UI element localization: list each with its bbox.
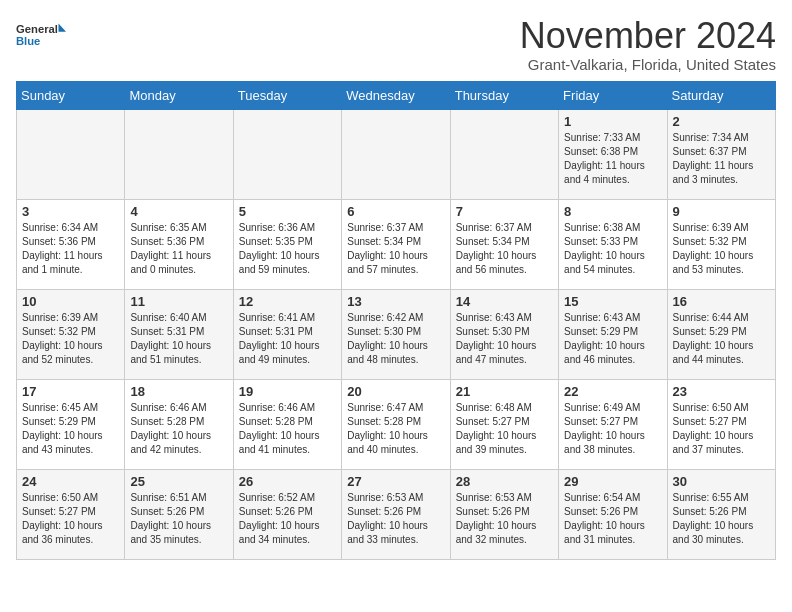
logo-svg: General Blue — [16, 16, 66, 56]
day-number: 20 — [347, 384, 444, 399]
day-number: 19 — [239, 384, 336, 399]
day-cell: 9Sunrise: 6:39 AM Sunset: 5:32 PM Daylig… — [667, 199, 775, 289]
day-number: 2 — [673, 114, 770, 129]
day-cell: 23Sunrise: 6:50 AM Sunset: 5:27 PM Dayli… — [667, 379, 775, 469]
weekday-header-row: SundayMondayTuesdayWednesdayThursdayFrid… — [17, 81, 776, 109]
day-cell: 1Sunrise: 7:33 AM Sunset: 6:38 PM Daylig… — [559, 109, 667, 199]
day-number: 4 — [130, 204, 227, 219]
day-info: Sunrise: 7:33 AM Sunset: 6:38 PM Dayligh… — [564, 131, 661, 187]
day-info: Sunrise: 6:42 AM Sunset: 5:30 PM Dayligh… — [347, 311, 444, 367]
day-cell: 26Sunrise: 6:52 AM Sunset: 5:26 PM Dayli… — [233, 469, 341, 559]
day-cell: 11Sunrise: 6:40 AM Sunset: 5:31 PM Dayli… — [125, 289, 233, 379]
day-number: 15 — [564, 294, 661, 309]
day-info: Sunrise: 6:47 AM Sunset: 5:28 PM Dayligh… — [347, 401, 444, 457]
day-cell — [342, 109, 450, 199]
day-number: 16 — [673, 294, 770, 309]
day-info: Sunrise: 6:52 AM Sunset: 5:26 PM Dayligh… — [239, 491, 336, 547]
weekday-header-monday: Monday — [125, 81, 233, 109]
day-number: 6 — [347, 204, 444, 219]
calendar-subtitle: Grant-Valkaria, Florida, United States — [520, 56, 776, 73]
svg-marker-2 — [59, 24, 67, 32]
weekday-header-sunday: Sunday — [17, 81, 125, 109]
day-number: 1 — [564, 114, 661, 129]
day-info: Sunrise: 6:53 AM Sunset: 5:26 PM Dayligh… — [347, 491, 444, 547]
day-number: 12 — [239, 294, 336, 309]
day-cell: 14Sunrise: 6:43 AM Sunset: 5:30 PM Dayli… — [450, 289, 558, 379]
week-row-2: 3Sunrise: 6:34 AM Sunset: 5:36 PM Daylig… — [17, 199, 776, 289]
day-info: Sunrise: 6:48 AM Sunset: 5:27 PM Dayligh… — [456, 401, 553, 457]
day-cell: 25Sunrise: 6:51 AM Sunset: 5:26 PM Dayli… — [125, 469, 233, 559]
day-info: Sunrise: 6:43 AM Sunset: 5:29 PM Dayligh… — [564, 311, 661, 367]
day-info: Sunrise: 6:50 AM Sunset: 5:27 PM Dayligh… — [673, 401, 770, 457]
day-cell: 19Sunrise: 6:46 AM Sunset: 5:28 PM Dayli… — [233, 379, 341, 469]
day-number: 23 — [673, 384, 770, 399]
day-info: Sunrise: 6:35 AM Sunset: 5:36 PM Dayligh… — [130, 221, 227, 277]
week-row-4: 17Sunrise: 6:45 AM Sunset: 5:29 PM Dayli… — [17, 379, 776, 469]
day-number: 8 — [564, 204, 661, 219]
day-cell: 3Sunrise: 6:34 AM Sunset: 5:36 PM Daylig… — [17, 199, 125, 289]
day-info: Sunrise: 6:41 AM Sunset: 5:31 PM Dayligh… — [239, 311, 336, 367]
day-number: 21 — [456, 384, 553, 399]
day-info: Sunrise: 6:45 AM Sunset: 5:29 PM Dayligh… — [22, 401, 119, 457]
day-info: Sunrise: 6:34 AM Sunset: 5:36 PM Dayligh… — [22, 221, 119, 277]
day-cell: 2Sunrise: 7:34 AM Sunset: 6:37 PM Daylig… — [667, 109, 775, 199]
day-cell: 10Sunrise: 6:39 AM Sunset: 5:32 PM Dayli… — [17, 289, 125, 379]
day-number: 30 — [673, 474, 770, 489]
day-number: 22 — [564, 384, 661, 399]
day-info: Sunrise: 6:39 AM Sunset: 5:32 PM Dayligh… — [673, 221, 770, 277]
day-cell: 17Sunrise: 6:45 AM Sunset: 5:29 PM Dayli… — [17, 379, 125, 469]
day-info: Sunrise: 6:50 AM Sunset: 5:27 PM Dayligh… — [22, 491, 119, 547]
day-info: Sunrise: 6:37 AM Sunset: 5:34 PM Dayligh… — [456, 221, 553, 277]
day-number: 28 — [456, 474, 553, 489]
day-number: 24 — [22, 474, 119, 489]
weekday-header-saturday: Saturday — [667, 81, 775, 109]
day-number: 14 — [456, 294, 553, 309]
day-cell: 13Sunrise: 6:42 AM Sunset: 5:30 PM Dayli… — [342, 289, 450, 379]
weekday-header-tuesday: Tuesday — [233, 81, 341, 109]
calendar-table: SundayMondayTuesdayWednesdayThursdayFrid… — [16, 81, 776, 560]
title-area: November 2024 Grant-Valkaria, Florida, U… — [520, 16, 776, 73]
day-cell — [17, 109, 125, 199]
svg-text:Blue: Blue — [16, 35, 40, 47]
day-number: 29 — [564, 474, 661, 489]
day-info: Sunrise: 6:46 AM Sunset: 5:28 PM Dayligh… — [130, 401, 227, 457]
week-row-3: 10Sunrise: 6:39 AM Sunset: 5:32 PM Dayli… — [17, 289, 776, 379]
day-info: Sunrise: 6:38 AM Sunset: 5:33 PM Dayligh… — [564, 221, 661, 277]
day-cell: 20Sunrise: 6:47 AM Sunset: 5:28 PM Dayli… — [342, 379, 450, 469]
day-number: 7 — [456, 204, 553, 219]
day-cell: 29Sunrise: 6:54 AM Sunset: 5:26 PM Dayli… — [559, 469, 667, 559]
header: General Blue November 2024 Grant-Valkari… — [16, 16, 776, 73]
day-cell: 8Sunrise: 6:38 AM Sunset: 5:33 PM Daylig… — [559, 199, 667, 289]
weekday-header-friday: Friday — [559, 81, 667, 109]
day-cell: 4Sunrise: 6:35 AM Sunset: 5:36 PM Daylig… — [125, 199, 233, 289]
day-number: 17 — [22, 384, 119, 399]
day-cell: 24Sunrise: 6:50 AM Sunset: 5:27 PM Dayli… — [17, 469, 125, 559]
day-cell: 22Sunrise: 6:49 AM Sunset: 5:27 PM Dayli… — [559, 379, 667, 469]
day-cell: 5Sunrise: 6:36 AM Sunset: 5:35 PM Daylig… — [233, 199, 341, 289]
day-number: 27 — [347, 474, 444, 489]
day-cell: 7Sunrise: 6:37 AM Sunset: 5:34 PM Daylig… — [450, 199, 558, 289]
day-info: Sunrise: 6:55 AM Sunset: 5:26 PM Dayligh… — [673, 491, 770, 547]
day-info: Sunrise: 6:40 AM Sunset: 5:31 PM Dayligh… — [130, 311, 227, 367]
day-cell: 15Sunrise: 6:43 AM Sunset: 5:29 PM Dayli… — [559, 289, 667, 379]
day-cell: 6Sunrise: 6:37 AM Sunset: 5:34 PM Daylig… — [342, 199, 450, 289]
day-number: 5 — [239, 204, 336, 219]
day-info: Sunrise: 6:36 AM Sunset: 5:35 PM Dayligh… — [239, 221, 336, 277]
day-number: 9 — [673, 204, 770, 219]
day-cell: 27Sunrise: 6:53 AM Sunset: 5:26 PM Dayli… — [342, 469, 450, 559]
day-cell: 16Sunrise: 6:44 AM Sunset: 5:29 PM Dayli… — [667, 289, 775, 379]
weekday-header-wednesday: Wednesday — [342, 81, 450, 109]
day-cell: 18Sunrise: 6:46 AM Sunset: 5:28 PM Dayli… — [125, 379, 233, 469]
day-info: Sunrise: 7:34 AM Sunset: 6:37 PM Dayligh… — [673, 131, 770, 187]
day-info: Sunrise: 6:49 AM Sunset: 5:27 PM Dayligh… — [564, 401, 661, 457]
day-info: Sunrise: 6:43 AM Sunset: 5:30 PM Dayligh… — [456, 311, 553, 367]
day-info: Sunrise: 6:51 AM Sunset: 5:26 PM Dayligh… — [130, 491, 227, 547]
day-number: 18 — [130, 384, 227, 399]
day-info: Sunrise: 6:54 AM Sunset: 5:26 PM Dayligh… — [564, 491, 661, 547]
day-cell — [125, 109, 233, 199]
weekday-header-thursday: Thursday — [450, 81, 558, 109]
day-info: Sunrise: 6:53 AM Sunset: 5:26 PM Dayligh… — [456, 491, 553, 547]
day-number: 25 — [130, 474, 227, 489]
day-cell: 28Sunrise: 6:53 AM Sunset: 5:26 PM Dayli… — [450, 469, 558, 559]
day-cell — [233, 109, 341, 199]
